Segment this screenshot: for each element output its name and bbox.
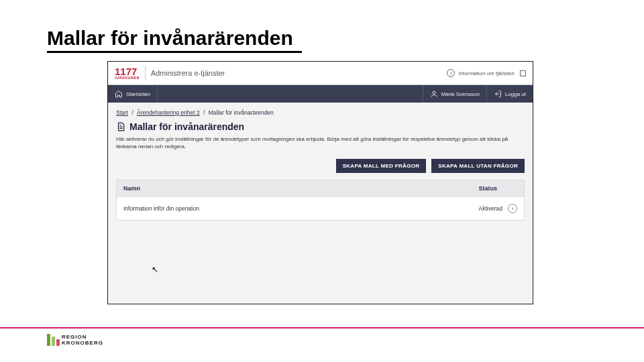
templates-table: Namn Status Information inför din operat…: [116, 180, 525, 221]
nav-home-label: Startsidan: [126, 91, 150, 97]
nav-user-label: Maria Svensson: [441, 91, 480, 97]
app-header-right: i Information om tjänsten: [447, 69, 526, 77]
app-screenshot: 1177 VÅRDGUIDEN Administrera e-tjänster …: [107, 61, 533, 304]
user-icon: [430, 90, 438, 98]
nav-logout[interactable]: Logga ut: [486, 85, 533, 103]
breadcrumb-start[interactable]: Start: [116, 109, 128, 116]
external-link-icon: [520, 70, 526, 76]
nav-user[interactable]: Maria Svensson: [423, 85, 486, 103]
logout-icon: [494, 90, 502, 98]
info-icon[interactable]: i: [447, 69, 455, 77]
logo-sub-text: VÅRDGUIDEN: [115, 76, 140, 80]
slide-title: Mallar för invånarärenden: [47, 27, 302, 53]
row-status: Aktiverad: [479, 205, 502, 212]
app-header-left: 1177 VÅRDGUIDEN Administrera e-tjänster: [115, 66, 225, 80]
col-status: Status: [478, 185, 497, 192]
logo-1177: 1177 VÅRDGUIDEN: [115, 67, 140, 79]
document-icon: [116, 122, 125, 131]
create-without-questions-button[interactable]: SKAPA MALL UTAN FRÅGOR: [431, 159, 525, 173]
slide-container: Mallar för invånarärenden 1177 VÅRDGUIDE…: [0, 0, 644, 362]
breadcrumb-sep: /: [131, 109, 133, 116]
table-header: Namn Status: [117, 180, 524, 196]
info-link[interactable]: Information om tjänsten: [458, 70, 515, 76]
slide-footer: REGION KRONOBERG: [0, 327, 644, 346]
nav-home[interactable]: Startsidan: [108, 85, 158, 103]
table-row[interactable]: Information inför din operation Aktivera…: [117, 196, 524, 220]
navbar-left: Startsidan: [108, 85, 158, 103]
footer-logo: REGION KRONOBERG: [47, 334, 103, 346]
breadcrumb-unit[interactable]: Ärendehantering enhet 2: [137, 109, 200, 116]
page-heading-text: Mallar för invånarärenden: [129, 121, 244, 132]
divider: [145, 66, 146, 80]
footer-logo-bars: [47, 334, 60, 346]
cursor-icon: ↖: [152, 265, 158, 274]
create-with-questions-button[interactable]: SKAPA MALL MED FRÅGOR: [336, 159, 427, 173]
page-heading: Mallar för invånarärenden: [116, 121, 525, 132]
svg-point-0: [433, 91, 435, 94]
footer-brand-line2: KRONOBERG: [62, 341, 103, 346]
home-icon: [115, 90, 123, 98]
breadcrumb: Start / Ärendehantering enhet 2 / Mallar…: [116, 109, 525, 116]
page-intro: Här aktiverar du och gör inställningar f…: [116, 136, 525, 151]
content-area: Start / Ärendehantering enhet 2 / Mallar…: [108, 103, 533, 304]
navbar-right: Maria Svensson Logga ut: [423, 85, 533, 103]
breadcrumb-current: Mallar för invånarärenden: [209, 109, 274, 116]
button-row: SKAPA MALL MED FRÅGOR SKAPA MALL UTAN FR…: [116, 159, 525, 173]
app-name: Administrera e-tjänster: [151, 69, 225, 77]
navbar: Startsidan Maria Svensson Logga ut: [108, 85, 533, 103]
app-header: 1177 VÅRDGUIDEN Administrera e-tjänster …: [108, 62, 533, 85]
footer-logo-text: REGION KRONOBERG: [62, 335, 103, 346]
nav-logout-label: Logga ut: [505, 91, 526, 97]
col-name: Namn: [123, 185, 140, 192]
breadcrumb-sep: /: [203, 109, 205, 116]
chevron-right-icon[interactable]: ›: [508, 204, 517, 213]
row-name: Information inför din operation: [123, 205, 199, 212]
